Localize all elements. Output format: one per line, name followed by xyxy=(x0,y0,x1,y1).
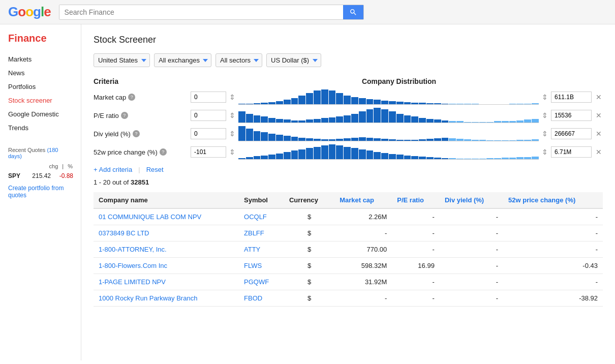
sidebar-item-google-domestic[interactable]: Google Domestic xyxy=(0,107,81,121)
table-row: 1-800-Flowers.Com Inc FLWS $ 598.32M 16.… xyxy=(94,258,603,274)
sidebar-item-news[interactable]: News xyxy=(0,66,81,80)
symbol-link[interactable]: PGQWF xyxy=(244,278,269,286)
div-yield-histogram xyxy=(238,126,539,141)
symbol-link[interactable]: ZBLFF xyxy=(244,229,264,237)
price-change-right-handle[interactable]: ⇕ xyxy=(542,148,548,156)
div-yield-clear-button[interactable]: ✕ xyxy=(595,130,603,138)
symbol-cell: ZBLFF xyxy=(239,225,284,241)
add-criteria-button[interactable]: + Add criteria xyxy=(94,166,132,173)
price-change-cell: - xyxy=(503,274,603,290)
div-yield-max-input[interactable] xyxy=(551,128,592,139)
currency-filter[interactable]: US Dollar ($) xyxy=(266,53,321,67)
pe-ratio-right-handle[interactable]: ⇕ xyxy=(542,111,548,119)
market-cap-cell: - xyxy=(334,225,392,241)
price-change-max-input[interactable] xyxy=(551,146,592,158)
exchange-filter[interactable]: All exchanges xyxy=(154,53,211,67)
market-cap-left-handle[interactable]: ⇕ xyxy=(229,93,235,101)
company-name-cell: 1-800-ATTORNEY, Inc. xyxy=(94,241,239,258)
create-portfolio-link[interactable]: Create portfolio from quotes xyxy=(0,180,81,203)
price-change-histogram xyxy=(238,144,539,160)
market-cap-right-handle[interactable]: ⇕ xyxy=(542,93,548,101)
div-yield-cell: - xyxy=(440,208,503,225)
col-market-cap[interactable]: Market cap xyxy=(334,192,392,208)
sidebar-item-portfolios[interactable]: Portfolios xyxy=(0,80,81,94)
div-yield-help-icon[interactable]: ? xyxy=(133,130,140,137)
country-filter[interactable]: United States xyxy=(94,53,150,67)
price-change-cell: - xyxy=(503,241,603,258)
pe-ratio-histogram xyxy=(238,108,539,123)
main-content: Stock Screener United States All exchang… xyxy=(81,24,615,360)
pe-ratio-left-handle[interactable]: ⇕ xyxy=(229,111,235,119)
company-name-cell: 1000 Rocky Run Parkway Branch xyxy=(94,290,239,307)
pe-ratio-cell: - xyxy=(392,225,440,241)
company-link[interactable]: 1-PAGE LIMITED NPV xyxy=(99,278,166,286)
market-cap-histogram xyxy=(238,89,539,105)
market-cap-clear-button[interactable]: ✕ xyxy=(595,93,603,101)
criteria-title: Criteria xyxy=(94,77,195,85)
div-yield-cell: - xyxy=(440,241,503,258)
price-change-min-input[interactable] xyxy=(191,146,226,158)
table-row: 1000 Rocky Run Parkway Branch FBOD $ - -… xyxy=(94,290,603,307)
pe-ratio-clear-button[interactable]: ✕ xyxy=(595,111,603,119)
price-change-cell: - xyxy=(503,225,603,241)
div-yield-left-handle[interactable]: ⇕ xyxy=(229,130,235,138)
market-cap-cell: 598.32M xyxy=(334,258,392,274)
logo-letter-g: G xyxy=(8,4,18,20)
company-name-cell: 01 COMMUNIQUE LAB COM NPV xyxy=(94,208,239,225)
pe-ratio-min-input[interactable] xyxy=(191,110,226,121)
symbol-link[interactable]: OCQLF xyxy=(244,213,267,221)
symbol-link[interactable]: ATTY xyxy=(244,246,260,253)
company-link[interactable]: 1-800-ATTORNEY, Inc. xyxy=(99,246,167,253)
price-change-clear-button[interactable]: ✕ xyxy=(595,148,603,156)
market-cap-min-input[interactable] xyxy=(191,92,226,103)
reset-button[interactable]: Reset xyxy=(146,166,164,173)
currency-cell: $ xyxy=(284,274,334,290)
sector-filter[interactable]: All sectors xyxy=(216,53,262,67)
price-change-cell: - xyxy=(503,208,603,225)
market-cap-cell: 31.92M xyxy=(334,274,392,290)
market-cap-cell: 770.00 xyxy=(334,241,392,258)
symbol-link[interactable]: FBOD xyxy=(244,294,262,302)
div-yield-cell: - xyxy=(440,274,503,290)
logo-letter-o2: o xyxy=(25,4,33,20)
quote-change: -0.88 xyxy=(53,172,73,179)
company-link[interactable]: 01 COMMUNIQUE LAB COM NPV xyxy=(99,213,201,221)
google-logo: Google xyxy=(8,4,51,20)
market-cap-row: Market cap ? ⇕ ⇕ ✕ xyxy=(94,89,603,105)
market-cap-cell: - xyxy=(334,290,392,307)
div-yield-label: Div yield (%) ? xyxy=(94,130,188,138)
logo-letter-o1: o xyxy=(18,4,25,20)
col-price-change[interactable]: 52w price change (%) xyxy=(503,192,603,208)
symbol-cell: FBOD xyxy=(239,290,284,307)
sidebar-item-markets[interactable]: Markets xyxy=(0,52,81,66)
search-button[interactable] xyxy=(343,5,363,19)
price-change-help-icon[interactable]: ? xyxy=(160,148,167,156)
symbol-link[interactable]: FLWS xyxy=(244,262,262,269)
company-name-cell: 1-800-Flowers.Com Inc xyxy=(94,258,239,274)
search-input[interactable] xyxy=(59,5,343,19)
market-cap-max-input[interactable] xyxy=(551,92,592,103)
price-change-left-handle[interactable]: ⇕ xyxy=(229,148,235,156)
action-bar: + Add criteria | Reset xyxy=(94,166,603,173)
market-cap-cell: 2.26M xyxy=(334,208,392,225)
quote-price: 215.42 xyxy=(28,172,51,179)
div-yield-cell: - xyxy=(440,258,503,274)
col-pe-ratio[interactable]: P/E ratio xyxy=(392,192,440,208)
sidebar-item-stock-screener[interactable]: Stock screener xyxy=(0,94,81,107)
symbol-cell: ATTY xyxy=(239,241,284,258)
pe-ratio-help-icon[interactable]: ? xyxy=(121,112,128,119)
div-yield-right-handle[interactable]: ⇕ xyxy=(542,130,548,138)
logo-letter-e: e xyxy=(44,4,50,20)
sidebar-item-trends[interactable]: Trends xyxy=(0,121,81,135)
col-div-yield[interactable]: Div yield (%) xyxy=(440,192,503,208)
criteria-header: Criteria Company Distribution xyxy=(94,77,603,85)
company-link[interactable]: 0373849 BC LTD xyxy=(99,229,149,237)
company-link[interactable]: 1-800-Flowers.Com Inc xyxy=(99,262,167,269)
div-yield-min-input[interactable] xyxy=(191,128,226,139)
pe-ratio-max-input[interactable] xyxy=(551,110,592,121)
company-link[interactable]: 1000 Rocky Run Parkway Branch xyxy=(99,294,197,302)
market-cap-help-icon[interactable]: ? xyxy=(128,94,135,101)
results-table: Company name Symbol Currency Market cap … xyxy=(94,192,603,307)
col-symbol: Symbol xyxy=(239,192,284,208)
quote-row-spy: SPY 215.42 -0.88 xyxy=(0,171,81,180)
